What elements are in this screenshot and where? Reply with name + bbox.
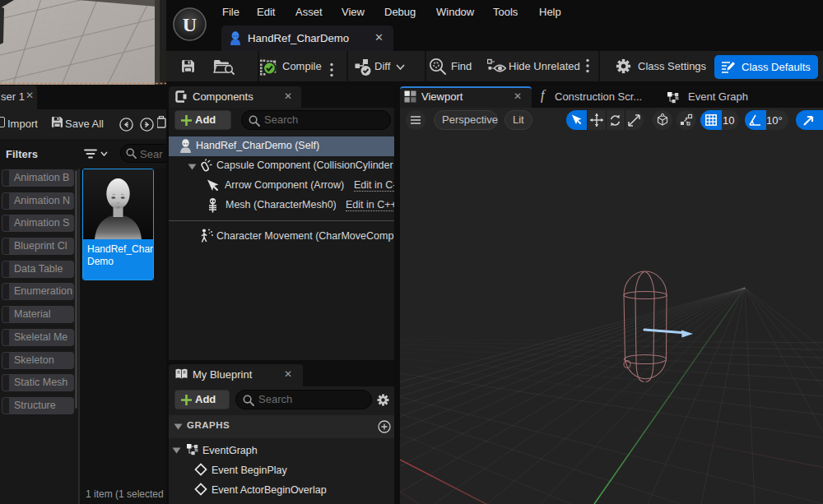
svg-text:U: U [183,14,197,35]
